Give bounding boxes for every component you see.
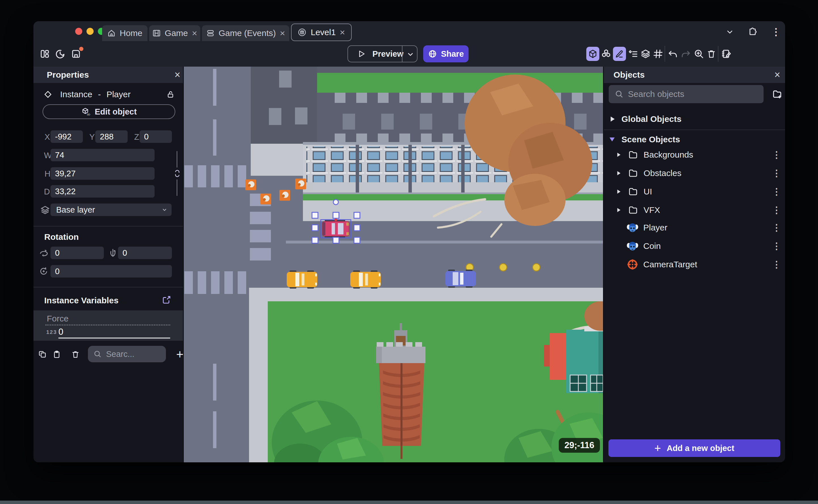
z-input[interactable]	[139, 130, 172, 143]
history-button[interactable]	[54, 48, 66, 60]
close-tab-icon[interactable]: ×	[340, 28, 345, 37]
instances-list-button[interactable]	[627, 47, 639, 61]
scene-objects-section[interactable]: Scene Objects	[604, 132, 785, 147]
x-label: X	[45, 132, 50, 142]
folder-row-obstacles[interactable]: Obstacles ⋮	[604, 164, 785, 182]
global-objects-section[interactable]: Global Objects	[604, 112, 785, 126]
yellow-car[interactable]	[350, 270, 381, 289]
tab-game[interactable]: Game ×	[149, 25, 200, 41]
y-input[interactable]	[95, 130, 128, 143]
objects-search-input[interactable]	[627, 89, 753, 99]
selected-player-instance[interactable]	[322, 220, 349, 238]
variable-value-underline	[58, 338, 170, 338]
tab-game-events[interactable]: Game (Events) ×	[202, 25, 289, 41]
preview-button[interactable]: Preview	[347, 45, 418, 62]
objects-search[interactable]	[609, 85, 764, 103]
close-tab-icon[interactable]: ×	[192, 29, 197, 38]
add-new-object-button[interactable]: + Add a new object	[608, 439, 780, 457]
toggle-3d-view-button[interactable]	[586, 47, 599, 61]
puzzle-icon	[748, 27, 758, 37]
object-label: Player	[643, 223, 667, 232]
tab-level1[interactable]: Level1 ×	[291, 24, 352, 41]
variable-value[interactable]: 0	[58, 327, 63, 337]
close-tab-icon[interactable]: ×	[280, 29, 285, 38]
monkey-object-icon	[627, 222, 638, 233]
chevron-down-icon[interactable]	[406, 50, 415, 58]
window-minimize-button[interactable]	[86, 28, 94, 35]
instance-list-icon	[628, 49, 638, 59]
share-button[interactable]: Share	[423, 45, 469, 62]
object-row-coin[interactable]: Coin ⋮	[604, 237, 785, 255]
variable-name[interactable]: Force	[47, 314, 69, 323]
kebab-icon[interactable]: ⋮	[772, 186, 781, 197]
tab-home[interactable]: Home	[102, 25, 147, 41]
window-menu-button[interactable]: ⋮	[770, 26, 782, 38]
variable-row[interactable]: Force 123 0	[33, 310, 183, 341]
rotate-z-icon	[39, 266, 49, 276]
rotation-y-input[interactable]	[118, 247, 172, 259]
folder-icon	[628, 205, 639, 215]
close-panel-icon[interactable]: ×	[174, 69, 180, 81]
tab-label: Home	[120, 28, 142, 38]
folder-icon	[628, 149, 639, 160]
width-input[interactable]	[50, 149, 155, 161]
window-close-button[interactable]	[75, 28, 82, 35]
link-size-icon[interactable]	[174, 169, 181, 178]
variables-search-input[interactable]	[105, 349, 155, 359]
collapse-chevron-button[interactable]	[724, 26, 735, 38]
panels-icon	[40, 49, 50, 59]
rotation-z-input[interactable]	[50, 265, 172, 278]
layer-row: Base layer	[33, 204, 183, 216]
undo-button[interactable]	[667, 47, 679, 61]
folder-row-ui[interactable]: UI ⋮	[604, 183, 785, 201]
expand-arrow-icon	[617, 190, 620, 194]
scene-properties-button[interactable]	[720, 47, 733, 61]
kebab-icon[interactable]: ⋮	[772, 205, 781, 215]
delete-variable-button[interactable]	[70, 349, 81, 360]
edit-mode-button[interactable]	[613, 47, 626, 61]
height-input[interactable]	[50, 167, 155, 180]
layers-panel-button[interactable]	[639, 47, 652, 61]
expand-arrow-icon	[611, 117, 615, 122]
folder-row-backgrounds[interactable]: Backgrounds ⋮	[604, 146, 785, 164]
tab-label: Level1	[310, 27, 335, 37]
kebab-icon[interactable]: ⋮	[772, 168, 781, 179]
copy-variable-button[interactable]	[37, 349, 48, 360]
blue-car[interactable]	[445, 270, 476, 288]
kebab-icon[interactable]: ⋮	[772, 241, 781, 251]
folder-row-vfx[interactable]: VFX ⋮	[604, 201, 785, 219]
collapse-arrow-icon	[610, 137, 615, 141]
width-row: W	[33, 149, 183, 161]
edit-object-button[interactable]: 3D Edit object	[43, 104, 175, 119]
scene-canvas[interactable]: 29;-116	[184, 67, 603, 462]
layout-panels-button[interactable]	[39, 48, 51, 60]
share-label: Share	[441, 49, 464, 59]
paste-variable-button[interactable]	[51, 349, 62, 360]
variables-search[interactable]	[88, 346, 166, 362]
close-panel-icon[interactable]: ×	[774, 69, 780, 81]
zoom-button[interactable]	[693, 47, 705, 61]
properties-header: Properties ×	[33, 67, 183, 83]
kebab-icon[interactable]: ⋮	[772, 149, 781, 160]
add-object-label: Add a new object	[667, 444, 734, 453]
objects-view-button[interactable]	[600, 47, 613, 61]
rotation-handle[interactable]	[333, 200, 338, 205]
kebab-icon[interactable]: ⋮	[772, 222, 781, 233]
yellow-car[interactable]	[287, 270, 317, 289]
grid-button[interactable]	[652, 47, 664, 61]
x-input[interactable]	[50, 130, 83, 143]
kebab-icon[interactable]: ⋮	[772, 259, 781, 270]
rotation-x-input[interactable]	[50, 247, 104, 259]
depth-input[interactable]	[50, 185, 155, 198]
layer-select[interactable]: Base layer	[50, 204, 172, 216]
lock-instance-button[interactable]	[165, 89, 176, 100]
delete-button[interactable]	[705, 47, 718, 61]
object-row-cameratarget[interactable]: CameraTarget ⋮	[604, 255, 785, 274]
object-row-player[interactable]: Player ⋮	[604, 219, 785, 237]
section-divider	[33, 287, 183, 287]
extensions-button[interactable]	[747, 26, 759, 38]
external-link-icon[interactable]	[162, 295, 171, 305]
redo-button[interactable]	[680, 47, 692, 61]
add-folder-button[interactable]	[771, 88, 784, 101]
position-row: X Y Z	[33, 130, 183, 143]
